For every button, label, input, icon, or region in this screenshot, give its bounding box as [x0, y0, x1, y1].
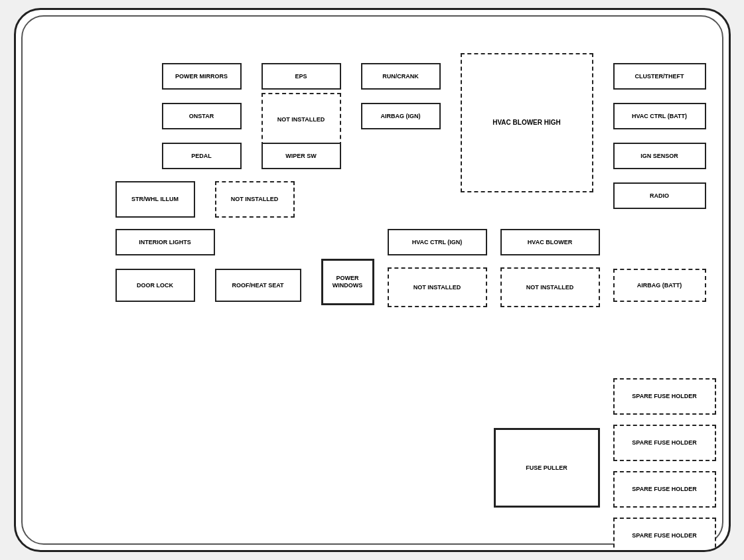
ign-sensor: IGN SENSOR — [613, 143, 706, 169]
run-crank: RUN/CRANK — [361, 63, 441, 90]
not-installed-1: NOT INSTALLED — [261, 93, 341, 146]
hvac-ctrl-ign: HVAC CTRL (IGN) — [388, 229, 487, 255]
cluster-theft: CLUSTER/THEFT — [613, 63, 706, 90]
not-installed-4: NOT INSTALLED — [500, 267, 600, 307]
hvac-blower-high: HVAC BLOWER HIGH — [461, 53, 593, 192]
spare-fuse-2: SPARE FUSE HOLDER — [613, 425, 716, 461]
eps: EPS — [261, 63, 341, 90]
airbag-batt: AIRBAG (BATT) — [613, 269, 706, 302]
power-windows: POWER WINDOWS — [321, 259, 374, 305]
fuse-diagram: POWER MIRRORSEPSRUN/CRANKHVAC BLOWER HIG… — [14, 8, 731, 552]
hvac-blower: HVAC BLOWER — [500, 229, 600, 255]
pedal: PEDAL — [162, 143, 242, 169]
spare-fuse-1: SPARE FUSE HOLDER — [613, 378, 716, 415]
wiper-sw: WIPER SW — [261, 143, 341, 169]
roof-heat-seat: ROOF/HEAT SEAT — [215, 269, 301, 302]
radio: RADIO — [613, 182, 706, 209]
airbag-ign: AIRBAG (IGN) — [361, 103, 441, 129]
fuse-puller: FUSE PULLER — [494, 428, 600, 508]
not-installed-3: NOT INSTALLED — [388, 267, 487, 307]
door-lock: DOOR LOCK — [115, 269, 195, 302]
spare-fuse-3: SPARE FUSE HOLDER — [613, 471, 716, 508]
not-installed-2: NOT INSTALLED — [215, 181, 295, 218]
spare-fuse-4: SPARE FUSE HOLDER — [613, 518, 716, 552]
interior-lights: INTERIOR LIGHTS — [115, 229, 215, 255]
hvac-ctrl-batt: HVAC CTRL (BATT) — [613, 103, 706, 129]
str-whl-illum: STR/WHL ILLUM — [115, 181, 195, 218]
power-mirrors: POWER MIRRORS — [162, 63, 242, 90]
onstar: ONSTAR — [162, 103, 242, 129]
